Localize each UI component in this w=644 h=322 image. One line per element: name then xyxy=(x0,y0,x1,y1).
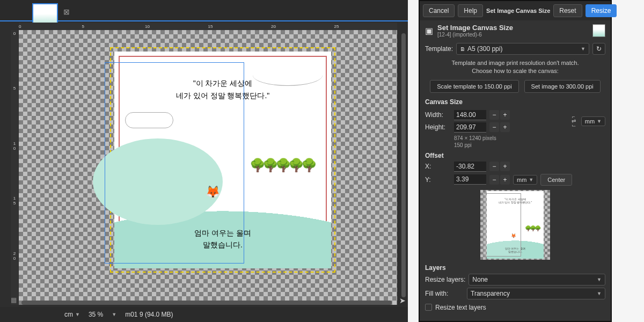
set-image-ppi-button[interactable]: Set image to 300.00 ppi xyxy=(524,80,601,93)
offset-x-input[interactable] xyxy=(454,162,486,172)
canvas-unit-select[interactable]: mm▼ xyxy=(581,116,605,126)
canvas-size-preview-rect[interactable] xyxy=(105,62,244,264)
zoom-selector[interactable]: 35 % xyxy=(89,311,103,318)
preview-crop-rect[interactable] xyxy=(484,193,521,257)
reset-button[interactable]: Reset xyxy=(553,4,582,17)
dialog-button-bar: Cancel Help Set Image Canvas Size Reset … xyxy=(420,1,611,20)
offset-x-increment[interactable]: + xyxy=(500,162,510,171)
offset-y-increment[interactable]: + xyxy=(500,175,510,185)
dialog-heading: Set Image Canvas Size xyxy=(437,24,513,32)
scrollbar-vertical[interactable] xyxy=(401,33,406,297)
unit-selector[interactable]: cm▼ xyxy=(64,311,80,318)
dialog-thumbnail xyxy=(592,24,605,37)
offset-preview[interactable]: "이 차가운 세상에 네가 있어 정말 행복했단다." 🌳🌳🌳 🦊 엄마 여우는… xyxy=(480,190,550,260)
dialog-header: ▣ Set Image Canvas Size [12-4] (imported… xyxy=(420,20,611,41)
canvas-pixel-info: 874 × 1240 pixels xyxy=(454,135,605,142)
scrollbar-horizontal[interactable] xyxy=(21,301,392,305)
status-fileinfo: m01 9 (94.0 MB) xyxy=(125,311,173,318)
fill-with-select[interactable]: Transparency▼ xyxy=(467,288,605,299)
height-decrement[interactable]: − xyxy=(489,122,499,132)
dialog-title: Set Image Canvas Size xyxy=(486,8,550,14)
offset-x-decrement[interactable]: − xyxy=(489,162,499,171)
offset-heading: Offset xyxy=(425,152,605,159)
fill-with-label: Fill with: xyxy=(425,290,464,297)
template-label: Template: xyxy=(425,45,453,53)
link-chain-icon[interactable]: ⌐⇄⌙ xyxy=(569,115,578,128)
resize-text-layers-checkbox[interactable] xyxy=(425,304,432,311)
dialog-subtitle: [12-4] (imported)-6 xyxy=(437,32,513,38)
center-button[interactable]: Center xyxy=(540,174,572,186)
navigation-icon[interactable]: ➤ xyxy=(399,296,406,305)
document-icon: 🗎 xyxy=(460,46,465,52)
resize-button[interactable]: Resize xyxy=(586,4,617,17)
template-mismatch-info: Template and image print resolution don'… xyxy=(425,59,605,76)
offset-y-input[interactable] xyxy=(454,174,486,185)
template-select[interactable]: 🗎A5 (300 ppi) ▼ xyxy=(456,43,589,55)
canvas-size-dialog: Cancel Help Set Image Canvas Size Reset … xyxy=(419,0,612,322)
offset-y-label: Y: xyxy=(425,176,451,184)
orientation-toggle-icon[interactable]: ↻ xyxy=(592,43,605,55)
image-editor-window: ⊠ 0510152025 051 01 52 0 "이 차가운 세상에 네가 있… xyxy=(0,0,408,322)
help-button[interactable]: Help xyxy=(458,4,483,17)
width-input[interactable] xyxy=(454,110,486,120)
canvas-resize-icon: ▣ xyxy=(425,26,433,36)
offset-y-decrement[interactable]: − xyxy=(489,175,499,185)
status-bar: cm▼ 35 % ▼ m01 9 (94.0 MB) xyxy=(0,307,408,322)
height-label: Height: xyxy=(425,123,451,131)
ruler-horizontal[interactable]: 0510152025 xyxy=(19,23,397,30)
illustration-trees: 🌳🌳🌳🌳🌳 xyxy=(250,158,314,173)
quick-mask-icon[interactable]: ▦ xyxy=(11,296,17,304)
height-increment[interactable]: + xyxy=(500,122,510,132)
canvas-ppi-info: 150 ppi xyxy=(454,142,605,149)
height-input[interactable] xyxy=(454,122,486,133)
resize-text-layers-label: Resize text layers xyxy=(435,304,486,311)
width-label: Width: xyxy=(425,111,451,119)
offset-unit-select[interactable]: mm▼ xyxy=(513,175,537,185)
canvas-area[interactable]: "이 차가운 세상에 네가 있어 정말 행복했단다." 🌳🌳🌳🌳🌳 🦊 엄마 여… xyxy=(19,30,397,305)
layers-heading: Layers xyxy=(425,264,605,272)
width-decrement[interactable]: − xyxy=(489,110,499,120)
tab-strip: ⊠ xyxy=(0,0,408,21)
width-increment[interactable]: + xyxy=(500,110,510,120)
resize-layers-select[interactable]: None▼ xyxy=(469,274,605,286)
chevron-down-icon: ▼ xyxy=(581,46,586,52)
tab-close-icon[interactable]: ⊠ xyxy=(63,8,70,16)
chevron-down-icon[interactable]: ▼ xyxy=(112,312,116,317)
ruler-vertical[interactable]: 051 01 52 0 xyxy=(11,30,18,305)
offset-x-label: X: xyxy=(425,163,451,170)
canvas-size-heading: Canvas Size xyxy=(425,98,605,106)
cancel-button[interactable]: Cancel xyxy=(423,4,455,17)
scale-template-button[interactable]: Scale template to 150.00 ppi xyxy=(430,80,518,93)
resize-layers-label: Resize layers: xyxy=(425,276,465,283)
